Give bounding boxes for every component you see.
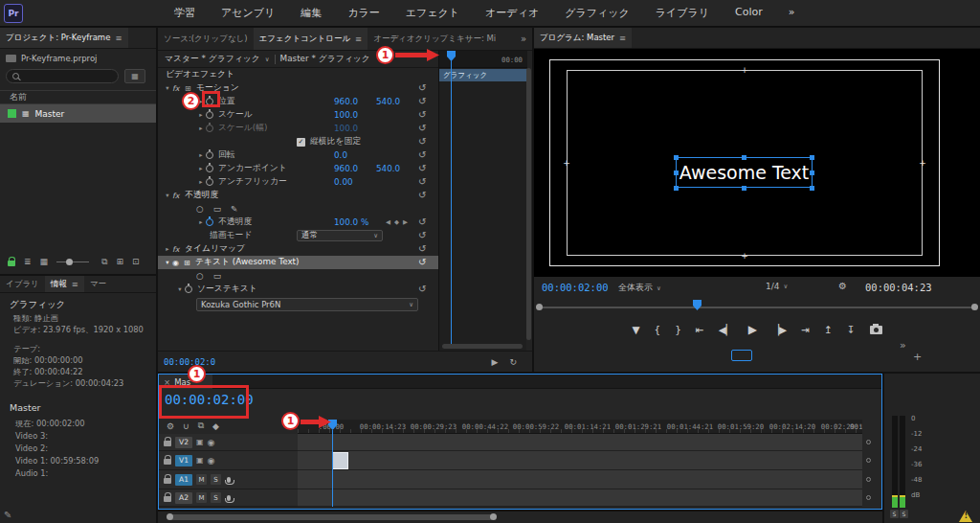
scrubber-end-handle[interactable] (971, 304, 978, 310)
twirl-closed-icon[interactable]: ▸ (196, 218, 206, 226)
ec-keyframe-timeline[interactable]: 00:00 グラフィック (438, 51, 526, 351)
track-label-v2[interactable]: V2 (175, 437, 192, 448)
track-header-a1[interactable]: A1 M S (159, 470, 298, 489)
play-button[interactable]: ▶ (748, 323, 757, 336)
selection-handle-w[interactable] (674, 171, 679, 175)
solo-left-button[interactable]: S (890, 510, 899, 518)
workspace-tab-graphics[interactable]: グラフィック (565, 6, 630, 20)
track-output-eye-icon[interactable]: ◉ (208, 456, 215, 466)
button-editor-plus[interactable]: + (913, 351, 922, 363)
track-header-v1[interactable]: V1 ▣ ◉ (159, 451, 298, 470)
anti-flicker-stopwatch-icon[interactable] (206, 178, 213, 186)
rect-mask-icon[interactable]: ▭ (213, 271, 221, 281)
scale-value[interactable]: 100.0 (334, 110, 376, 120)
project-writable-lock-icon[interactable] (8, 261, 15, 266)
automate-to-sequence-icon[interactable]: ⧉ (101, 257, 107, 267)
thumbnail-zoom-slider[interactable] (56, 262, 89, 262)
reset-param-icon[interactable]: ↺ (418, 135, 426, 148)
eye-icon[interactable]: ◉ (172, 259, 184, 267)
twirl-open-icon[interactable]: ▾ (175, 285, 185, 293)
track-resize-handle[interactable] (866, 495, 871, 500)
uniform-scale-checkbox[interactable]: ✓ (297, 138, 305, 147)
selection-handle-s[interactable] (742, 186, 746, 191)
panel-menu-icon[interactable]: ≡ (355, 34, 362, 44)
track-lock-icon[interactable] (164, 478, 171, 484)
track-lock-icon[interactable] (164, 496, 171, 502)
workspace-overflow-chevron[interactable]: » (789, 6, 795, 20)
reset-effect-icon[interactable]: ↺ (418, 242, 426, 256)
go-to-in-button[interactable]: ⇤ (696, 324, 704, 335)
export-frame-button[interactable] (870, 326, 882, 334)
reset-param-icon[interactable]: ↺ (418, 283, 426, 296)
twirl-open-icon[interactable]: ▾ (163, 84, 172, 92)
twirl-closed-icon[interactable]: ▸ (196, 178, 206, 186)
workspace-tab-assembly[interactable]: アセンブリ (221, 6, 275, 20)
bin-view-button[interactable]: ▦ (124, 69, 145, 83)
scale-stopwatch-icon[interactable] (206, 111, 213, 119)
ec-current-timecode[interactable]: 00:00:02:0 (164, 357, 215, 367)
zoom-handle-right[interactable] (490, 513, 497, 520)
selection-handle-e[interactable] (810, 171, 814, 175)
reset-param-icon[interactable]: ↺ (418, 108, 426, 122)
ec-play-icon[interactable]: ▶ (492, 357, 499, 367)
linked-selection-icon[interactable]: ⧉ (198, 421, 204, 431)
fx-badge-icon[interactable]: fx (172, 84, 185, 93)
sync-lock-icon[interactable]: ▣ (196, 438, 204, 446)
twirl-closed-icon[interactable]: ▸ (196, 165, 206, 172)
mark-out-button[interactable]: } (675, 324, 681, 335)
reset-param-icon[interactable]: ↺ (418, 148, 426, 162)
effect-opacity-header[interactable]: ▾ fx 不透明度 ↺ (158, 189, 438, 202)
workspace-tab-learning[interactable]: 学習 (174, 6, 195, 20)
reset-effect-icon[interactable]: ↺ (418, 189, 426, 202)
reset-param-icon[interactable]: ↺ (418, 175, 426, 189)
reset-param-icon[interactable]: ↺ (418, 162, 426, 175)
param-opacity[interactable]: ▸ 不透明度 100.0 % ◀ ◆ ▶ ↺ (158, 216, 438, 229)
anchor-stopwatch-icon[interactable] (206, 165, 213, 172)
anchor-x-value[interactable]: 960.0 (334, 164, 376, 173)
mute-button[interactable]: M (196, 492, 207, 503)
twirl-closed-icon[interactable]: ▸ (163, 245, 172, 253)
project-panel-tab[interactable]: プロジェクト: Pr-Keyframe ≡ (0, 28, 128, 48)
new-bin-icon[interactable]: ⊞ (117, 257, 124, 266)
workspace-tab-color-en[interactable]: Color (735, 6, 763, 20)
position-x-value[interactable]: 960.0 (334, 97, 376, 106)
snap-icon[interactable]: ∪ (183, 421, 189, 431)
source-monitor-tab[interactable]: ソース:(クリップなし) (158, 28, 254, 50)
selection-handle-nw[interactable] (674, 155, 679, 160)
previous-keyframe-icon[interactable]: ◀ (386, 218, 390, 226)
param-anchor-point[interactable]: ▸ アンカーポイント 960.0540.0 ↺ (158, 162, 438, 175)
panel-menu-icon[interactable]: ≡ (115, 34, 122, 43)
pen-mask-icon[interactable]: ✎ (231, 204, 237, 214)
step-back-button[interactable]: ◀▏ (719, 324, 734, 335)
icon-view-icon[interactable]: ▦ (40, 257, 49, 266)
scrubber-track[interactable] (540, 307, 972, 308)
project-item-master[interactable]: ▦ Master (0, 104, 156, 123)
track-resize-handle[interactable] (866, 458, 871, 463)
step-forward-button[interactable]: ▕▶ (771, 324, 787, 335)
twirl-open-icon[interactable]: ▾ (163, 192, 172, 199)
timeline-settings-icon[interactable]: ⚙ (167, 421, 174, 431)
anchor-y-value[interactable]: 540.0 (376, 164, 418, 173)
reset-param-icon[interactable]: ↺ (418, 229, 426, 242)
ec-loop-icon[interactable]: ↻ (509, 357, 517, 367)
info-panel-tab[interactable]: 情報 ≡ (45, 276, 84, 292)
status-pencil-icon[interactable]: ✎ (4, 510, 11, 520)
graphic-clip[interactable] (332, 452, 348, 469)
add-keyframe-icon[interactable]: ◆ (394, 218, 399, 226)
selection-handle-sw[interactable] (674, 186, 679, 191)
track-resize-handle[interactable] (866, 477, 871, 482)
twirl-closed-icon[interactable]: ▸ (196, 151, 206, 159)
param-scale[interactable]: ▸ スケール 100.0 ↺ (158, 108, 438, 122)
param-rotation[interactable]: ▸ 回転 0.0 ↺ (158, 148, 438, 162)
add-marker-icon[interactable]: ◆ (212, 421, 219, 431)
text-selection-box[interactable]: Awesome Text (676, 157, 813, 188)
reset-param-icon[interactable]: ↺ (418, 122, 426, 135)
program-video-area[interactable]: + + + + Awesome Text (534, 49, 980, 277)
track-output-eye-icon[interactable]: ◉ (208, 438, 215, 447)
selection-handle-ne[interactable] (810, 155, 814, 160)
next-keyframe-icon[interactable]: ▶ (403, 218, 408, 226)
add-marker-button[interactable]: ▼ (632, 324, 639, 335)
name-column-header[interactable]: 名前 (0, 90, 156, 104)
playback-resolution-select[interactable]: 1/4 ∨ (766, 282, 788, 291)
twirl-closed-icon[interactable]: ▸ (196, 111, 206, 119)
